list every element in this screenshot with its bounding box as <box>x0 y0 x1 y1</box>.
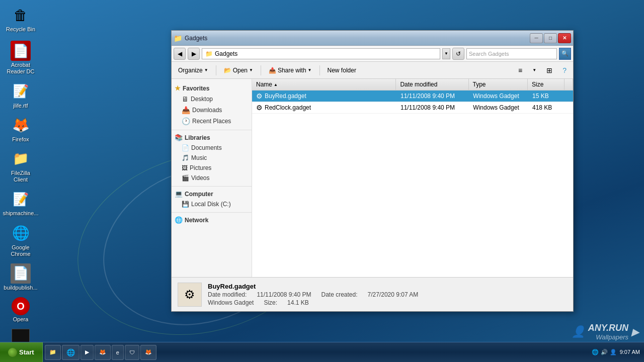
share-icon: 📤 <box>269 67 276 74</box>
nav-section-network: 🌐 Network <box>172 215 252 225</box>
desktop-icon-recycle-bin[interactable]: 🗑 Recycle Bin <box>3 3 38 35</box>
forward-button[interactable]: ▶ <box>188 48 200 60</box>
share-label: Share with <box>278 67 306 74</box>
desktop-icons-column: 🗑 Recycle Bin 📄 Acrobat Reader DC 📝 jlif… <box>0 0 41 362</box>
nav-divider-1 <box>172 130 252 130</box>
share-button[interactable]: 📤 Share with ▼ <box>264 64 316 77</box>
favorites-star-icon: ★ <box>175 84 181 92</box>
tray-user-icon[interactable]: 👤 <box>610 349 617 355</box>
desktop-icon-opera[interactable]: O Opera <box>3 295 38 325</box>
nav-panel: ★ Favorites 🖥 Desktop 📥 Downloads 🕐 Rece… <box>172 79 252 277</box>
file-type-1: Windows Gadget <box>473 93 519 100</box>
column-size-header[interactable]: Size <box>528 79 565 90</box>
music-icon: 🎵 <box>182 154 189 161</box>
back-button[interactable]: ◀ <box>174 48 186 60</box>
nav-network-header[interactable]: 🌐 Network <box>172 215 252 225</box>
new-folder-button[interactable]: New folder <box>323 64 361 77</box>
open-dropdown-icon: ▼ <box>249 68 253 72</box>
status-file-icon: ⚙ <box>178 283 202 307</box>
table-row[interactable]: ⚙ RedClock.gadget 11/11/2008 9:40 PM Win… <box>252 102 573 114</box>
toolbar: Organize ▼ 📂 Open ▼ 📤 Share with ▼ New f… <box>172 62 573 79</box>
desktop-icon-chrome[interactable]: 🌐 Google Chrome <box>3 221 38 259</box>
organize-button[interactable]: Organize ▼ <box>174 64 213 77</box>
taskbar-item-folder[interactable]: 📁 <box>45 345 61 360</box>
open-button[interactable]: 📂 Open ▼ <box>219 64 258 77</box>
taskbar-item-wmp[interactable]: ▶ <box>80 345 94 360</box>
search-button[interactable]: 🔍 <box>559 48 571 60</box>
taskbar-item-ie2[interactable]: e <box>112 345 124 360</box>
col-name-label: Name <box>256 81 272 88</box>
taskbar-item-norton[interactable]: 🛡 <box>125 345 139 360</box>
address-field[interactable]: 📁 Gadgets <box>202 48 440 59</box>
column-type-header[interactable]: Type <box>469 79 528 90</box>
view-list-button[interactable]: ≡ <box>514 64 527 77</box>
sidebar-item-documents[interactable]: 📄 Documents <box>172 143 252 153</box>
documents-icon: 📄 <box>182 144 189 151</box>
file-type-cell-1: Windows Gadget <box>469 91 528 101</box>
file-name-cell-2: ⚙ RedClock.gadget <box>252 102 396 113</box>
start-button[interactable]: Start <box>0 342 43 362</box>
refresh-button[interactable]: ↺ <box>452 48 464 60</box>
column-name-header[interactable]: Name ▲ <box>252 79 396 90</box>
sidebar-item-downloads[interactable]: 📥 Downloads <box>172 105 252 116</box>
file-date-cell-2: 11/11/2008 9:40 PM <box>396 103 469 113</box>
close-button[interactable]: ✕ <box>558 33 571 43</box>
videos-icon: 🎬 <box>182 174 189 182</box>
nav-favorites-header[interactable]: ★ Favorites <box>172 83 252 94</box>
libraries-icon: 📚 <box>175 134 183 141</box>
open-icon: 📂 <box>224 67 231 74</box>
local-disk-icon: 💾 <box>182 201 189 208</box>
desktop-icon-shipmachine[interactable]: 📝 shipmachine... <box>3 187 38 219</box>
file-list: Name ▲ Date modified Type Size <box>252 79 573 277</box>
taskbar-right: 🌐 🔊 👤 9:07 AM <box>588 348 644 355</box>
search-box[interactable]: Search Gadgets <box>466 48 557 59</box>
downloads-nav-label: Downloads <box>192 107 222 114</box>
column-date-header[interactable]: Date modified <box>396 79 468 90</box>
taskbar-item-firefox2[interactable]: 🦊 <box>140 345 156 360</box>
recent-nav-label: Recent Places <box>192 118 231 125</box>
computer-icon: 💻 <box>175 190 183 198</box>
sidebar-item-music[interactable]: 🎵 Music <box>172 153 252 163</box>
start-orb-icon <box>8 348 17 357</box>
view-dropdown-btn[interactable]: ▼ <box>528 64 541 77</box>
minimize-button[interactable]: ─ <box>530 33 543 43</box>
nav-libraries-header[interactable]: 📚 Libraries <box>172 132 252 143</box>
watermark-line2: Wallpapers <box>588 333 628 341</box>
taskbar-item-firefox[interactable]: 🦊 <box>95 345 111 360</box>
sidebar-item-local-disk[interactable]: 💾 Local Disk (C:) <box>172 199 252 209</box>
sidebar-item-recent-places[interactable]: 🕐 Recent Places <box>172 116 252 127</box>
nav-section-computer: 💻 Computer 💾 Local Disk (C:) <box>172 189 252 209</box>
watermark: 👤 ANY.RUN Wallpapers ▶ <box>572 323 639 341</box>
sidebar-item-desktop[interactable]: 🖥 Desktop <box>172 94 252 105</box>
sidebar-item-videos[interactable]: 🎬 Videos <box>172 173 252 183</box>
preview-pane-button[interactable]: ⊞ <box>542 64 557 77</box>
sort-asc-icon: ▲ <box>274 82 278 87</box>
desktop: 🗑 Recycle Bin 📄 Acrobat Reader DC 📝 jlif… <box>0 0 644 362</box>
tray-network-icon[interactable]: 🌐 <box>592 349 599 355</box>
buildpublish-icon: 📄 <box>11 263 31 284</box>
toolbar-separator-1 <box>216 65 216 75</box>
sidebar-item-pictures[interactable]: 🖼 Pictures <box>172 163 252 173</box>
table-row[interactable]: ⚙ BuyRed.gadget 11/11/2008 9:40 PM Windo… <box>252 90 573 102</box>
address-dropdown-btn[interactable]: ▼ <box>442 48 450 59</box>
desktop-icon-jlife[interactable]: 📝 jlife.rtf <box>3 79 38 111</box>
favorites-label: Favorites <box>183 85 209 92</box>
taskbar-item-ie[interactable]: 🌐 <box>62 345 79 360</box>
tray-sound-icon[interactable]: 🔊 <box>601 349 608 355</box>
address-folder-icon: 📁 <box>205 50 213 57</box>
nav-computer-header[interactable]: 💻 Computer <box>172 189 252 199</box>
chrome-icon: 🌐 <box>11 223 31 243</box>
help-button[interactable]: ? <box>558 64 571 77</box>
desktop-icon-firefox[interactable]: 🦊 Firefox <box>3 113 38 145</box>
opera-label: Opera <box>13 316 29 323</box>
file-size-cell-2: 418 KB <box>528 103 565 113</box>
pictures-label: Pictures <box>190 164 211 171</box>
desktop-icon-acrobat[interactable]: 📄 Acrobat Reader DC <box>3 39 38 77</box>
shipmachine-label: shipmachine... <box>3 210 39 217</box>
nav-divider-2 <box>172 186 252 187</box>
acrobat-icon: 📄 <box>11 41 31 61</box>
desktop-icon-filezilla[interactable]: 📁 FileZilla Client <box>3 147 38 185</box>
chrome-label: Google Chrome <box>5 244 36 257</box>
maximize-button[interactable]: □ <box>544 33 557 43</box>
desktop-icon-buildpublish[interactable]: 📄 buildpublish... <box>3 261 38 293</box>
